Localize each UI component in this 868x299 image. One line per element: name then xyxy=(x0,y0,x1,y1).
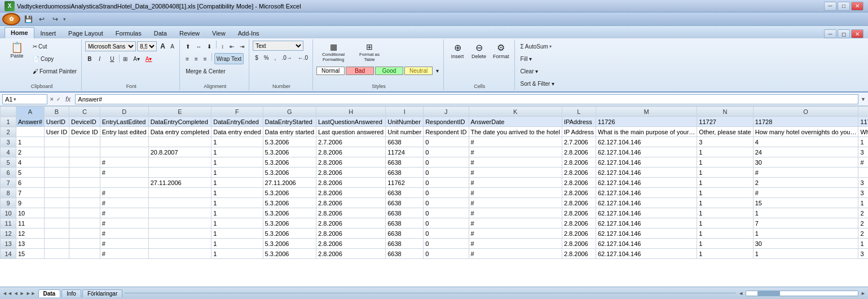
cell[interactable] xyxy=(148,198,212,208)
cell[interactable] xyxy=(44,178,69,188)
cell[interactable]: 3 xyxy=(858,147,868,157)
cell[interactable]: Data entry ended xyxy=(212,127,263,137)
sheet-scroll-next[interactable]: ► xyxy=(20,291,25,296)
cell[interactable]: RespondentID xyxy=(424,117,469,127)
cell[interactable]: 1 xyxy=(697,239,753,249)
font-size-select[interactable]: 8,5 xyxy=(137,41,157,51)
cell[interactable]: 1 xyxy=(212,239,263,249)
row-header-7[interactable]: 7 xyxy=(1,178,16,188)
cell[interactable]: # xyxy=(100,228,148,239)
cell[interactable]: # xyxy=(469,178,562,188)
cell[interactable]: 62.127.104.146 xyxy=(596,218,697,228)
col-header-l[interactable]: L xyxy=(562,107,596,117)
cell[interactable]: 2.7.2006 xyxy=(562,137,596,147)
cell[interactable] xyxy=(44,188,69,198)
cell[interactable]: 1 xyxy=(858,137,868,147)
row-header-1[interactable]: 1 xyxy=(1,117,16,127)
cell[interactable]: 4 xyxy=(753,137,858,147)
cell[interactable] xyxy=(44,228,69,239)
cell[interactable]: 3 xyxy=(858,178,868,188)
cell[interactable]: DataEntryCompleted xyxy=(148,117,212,127)
cell[interactable]: 1 xyxy=(753,228,858,239)
cell[interactable]: 2.8.2006 xyxy=(562,157,596,168)
cell[interactable]: 62.127.104.146 xyxy=(596,249,697,259)
expand-formula-button[interactable]: ✕ xyxy=(50,96,54,102)
format-painter-button[interactable]: 🖌 Format Painter xyxy=(30,65,79,77)
sheet-scroll-prev[interactable]: ◄ xyxy=(14,291,19,296)
cell[interactable]: 24 xyxy=(753,147,858,157)
maximize-button[interactable]: □ xyxy=(838,2,850,11)
save-button[interactable]: 💾 xyxy=(23,14,34,24)
cell[interactable]: Answer# xyxy=(16,117,45,127)
cell[interactable]: # xyxy=(469,188,562,198)
cell[interactable]: # xyxy=(100,239,148,249)
cell[interactable]: DeviceID xyxy=(69,117,100,127)
col-header-c[interactable]: C xyxy=(69,107,100,117)
cell[interactable] xyxy=(44,239,69,249)
decimal-increase-button[interactable]: .0→ xyxy=(279,52,294,63)
cell[interactable]: 12 xyxy=(16,228,45,239)
cell[interactable]: How many hotel overnights do you… xyxy=(753,127,858,137)
cell[interactable]: 9 xyxy=(16,198,45,208)
cell[interactable] xyxy=(44,137,69,147)
cell[interactable]: 2.8.2006 xyxy=(316,228,386,239)
cell[interactable]: UnitNumber xyxy=(386,117,424,127)
cell[interactable]: 4 xyxy=(16,157,45,168)
cell[interactable]: 5.3.2006 xyxy=(263,198,316,208)
cell[interactable] xyxy=(148,239,212,249)
cell[interactable] xyxy=(148,208,212,218)
col-header-k[interactable]: K xyxy=(469,107,562,117)
cell[interactable]: Entry last edited xyxy=(100,127,148,137)
align-center-button[interactable]: ≡ xyxy=(192,53,200,64)
cell[interactable]: # xyxy=(469,218,562,228)
cell[interactable]: 11 xyxy=(16,218,45,228)
cell[interactable]: 0 xyxy=(424,228,469,239)
cell[interactable]: Respondent ID xyxy=(424,127,469,137)
accounting-button[interactable]: $ xyxy=(253,52,261,63)
cell[interactable]: 2.8.2006 xyxy=(316,218,386,228)
tab-data[interactable]: Data xyxy=(148,27,173,38)
style-good[interactable]: Good xyxy=(375,67,403,75)
cell[interactable]: 2 xyxy=(16,147,45,157)
cell[interactable]: 6638 xyxy=(386,188,424,198)
cell[interactable]: 1 xyxy=(212,218,263,228)
cell[interactable]: 2.8.2006 xyxy=(562,239,596,249)
delete-cells-button[interactable]: ⊖ Delete xyxy=(469,41,489,61)
formula-expand-button[interactable]: ▼ xyxy=(861,96,866,102)
cell[interactable]: DataEntryStarted xyxy=(263,117,316,127)
cell[interactable]: 2.7.2006 xyxy=(316,137,386,147)
cell[interactable]: 2.8.2006 xyxy=(316,208,386,218)
cell[interactable]: # xyxy=(100,168,148,178)
cell[interactable]: # xyxy=(100,218,148,228)
cell[interactable]: # xyxy=(469,168,562,178)
tab-page-layout[interactable]: Page Layout xyxy=(62,27,109,38)
cell[interactable]: # xyxy=(100,249,148,259)
col-header-n[interactable]: N xyxy=(697,107,753,117)
tab-formulas[interactable]: Formulas xyxy=(109,27,148,38)
cell[interactable]: 15 xyxy=(753,198,858,208)
align-bottom-button[interactable]: ⬇ xyxy=(205,41,214,52)
wrap-text-button[interactable]: Wrap Text xyxy=(214,53,244,64)
number-format-select[interactable]: Text xyxy=(253,41,303,51)
text-direction-button[interactable]: ↕ xyxy=(219,41,226,52)
cell[interactable] xyxy=(44,208,69,218)
cell[interactable]: 3 xyxy=(858,249,868,259)
cell[interactable]: 1 xyxy=(212,228,263,239)
cell[interactable]: 0 xyxy=(424,218,469,228)
col-header-o[interactable]: O xyxy=(753,107,858,117)
cell[interactable] xyxy=(16,127,45,137)
sheet-tab-info[interactable]: Info xyxy=(61,289,81,297)
cell[interactable]: # xyxy=(469,147,562,157)
cell[interactable]: 1 xyxy=(697,249,753,259)
row-header-10[interactable]: 10 xyxy=(1,208,16,218)
cell[interactable]: 3 xyxy=(697,137,753,147)
col-header-p[interactable]: P xyxy=(858,107,868,117)
cell[interactable]: 11762 xyxy=(386,178,424,188)
cell[interactable]: 1 xyxy=(753,249,858,259)
cell[interactable]: 1 xyxy=(858,198,868,208)
cell[interactable]: 6638 xyxy=(386,208,424,218)
tab-view[interactable]: View xyxy=(206,27,232,38)
cell[interactable]: 1 xyxy=(212,157,263,168)
cell[interactable]: LastQuestionAnswered xyxy=(316,117,386,127)
cell[interactable]: 62.127.104.146 xyxy=(596,208,697,218)
